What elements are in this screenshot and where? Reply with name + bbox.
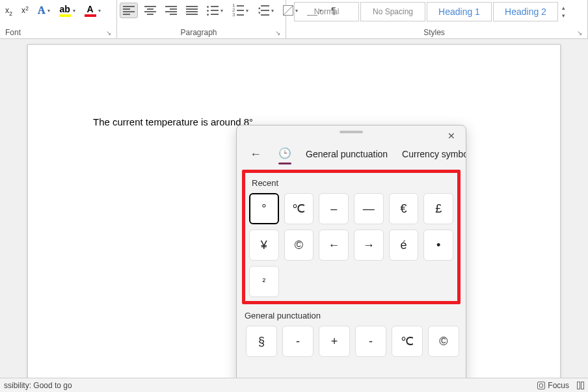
symbol-celsius[interactable]: ℃ <box>284 193 314 224</box>
read-mode-button[interactable] <box>577 382 584 389</box>
symbol-minus[interactable]: - <box>355 326 386 357</box>
recent-title: Recent <box>252 178 453 188</box>
read-mode-icon <box>577 382 580 389</box>
style-name: No Spacing <box>373 7 413 16</box>
font-color-icon: A <box>85 4 96 17</box>
paragraph-dialog-launcher[interactable]: ↘ <box>275 29 280 36</box>
superscript-icon: x2 <box>21 6 29 15</box>
ribbon-group-paragraph: ▾ 1 2 3 ▾ ▴▾ ▾ <box>117 0 286 38</box>
status-right: Focus <box>537 381 584 390</box>
recent-grid: ° ℃ – — € £ ¥ © ← → é • ² <box>249 193 453 297</box>
chevron-down-icon: ▾ <box>246 8 248 14</box>
align-left-button[interactable] <box>120 3 138 18</box>
style-tile-heading2[interactable]: Heading 2 <box>493 2 558 21</box>
font-color-button[interactable]: A ▾ <box>82 3 103 18</box>
align-center-icon <box>144 6 156 15</box>
focus-icon <box>537 382 545 389</box>
align-center-button[interactable] <box>142 3 159 18</box>
style-name: Normal <box>314 7 340 16</box>
ribbon-group-styles: Normal No Spacing Heading 1 Heading 2 ▴ … <box>286 0 588 38</box>
style-tile-normal[interactable]: Normal <box>294 2 359 21</box>
chevron-down-icon: ▾ <box>73 8 75 14</box>
line-spacing-icon: ▴▾ <box>258 5 269 16</box>
symbol-bullet[interactable]: • <box>423 229 453 261</box>
status-left: ssibility: Good to go <box>4 381 72 390</box>
close-button[interactable]: ✕ <box>444 129 459 142</box>
close-icon: ✕ <box>448 131 455 141</box>
align-right-icon <box>165 6 177 15</box>
symbol-euro[interactable]: € <box>389 193 419 224</box>
align-justify-button[interactable] <box>183 3 200 18</box>
symbol-superscript2[interactable]: ² <box>249 266 279 297</box>
group-label-styles: Styles <box>291 28 577 37</box>
symbol-copyright[interactable]: © <box>284 229 314 261</box>
focus-label: Focus <box>548 381 569 390</box>
back-button[interactable]: ← <box>246 145 265 164</box>
general-punctuation-section: General punctuation § - + - ℃ © <box>242 311 461 357</box>
chevron-down-icon: ▾ <box>98 8 101 14</box>
status-bar: ssibility: Good to go Focus <box>0 378 588 392</box>
symbol-hyphen[interactable]: - <box>282 326 314 357</box>
arrow-left-icon: ← <box>250 148 261 161</box>
style-name: Heading 1 <box>438 7 480 17</box>
symbol-eacute[interactable]: é <box>389 229 419 261</box>
panel-titlebar[interactable]: ✕ <box>237 125 466 138</box>
style-tile-heading1[interactable]: Heading 1 <box>427 2 492 21</box>
styles-more-button[interactable]: ▴ ▾ <box>562 5 565 19</box>
style-tile-nospacing[interactable]: No Spacing <box>360 2 425 21</box>
styles-dialog-launcher[interactable]: ↘ <box>577 29 582 36</box>
group-label-paragraph: Paragraph <box>122 28 275 37</box>
bullets-icon <box>207 6 219 16</box>
symbol-left-arrow[interactable]: ← <box>319 229 349 261</box>
align-right-button[interactable] <box>163 3 180 18</box>
group-label-font: Font <box>5 28 21 37</box>
chevron-down-icon: ▾ <box>47 8 50 14</box>
symbol-right-arrow[interactable]: → <box>354 229 384 261</box>
clock-icon: 🕒 <box>278 148 291 159</box>
font-dialog-launcher[interactable]: ↘ <box>106 29 111 36</box>
align-justify-icon <box>186 6 198 15</box>
chevron-down-icon: ▾ <box>271 8 274 14</box>
panel-grip-icon <box>340 131 363 133</box>
general-punctuation-title: General punctuation <box>245 311 461 320</box>
highlight-color-button[interactable]: ab ▾ <box>57 3 78 18</box>
paragraph-controls: ▾ 1 2 3 ▾ ▴▾ ▾ <box>120 1 283 20</box>
tab-currency-symbols[interactable]: Currency symbols <box>401 145 466 163</box>
panel-body: Recent ° ℃ – — € £ ¥ © ← → é • ² General… <box>237 170 466 385</box>
focus-mode-button[interactable]: Focus <box>537 381 569 390</box>
symbol-plus[interactable]: + <box>319 326 350 357</box>
ribbon-group-font: x2 x2 A ▾ ab ▾ A <box>0 0 117 38</box>
subscript-button[interactable]: x2 <box>3 3 15 18</box>
tab-recent[interactable]: 🕒 <box>277 143 293 166</box>
line-spacing-button[interactable]: ▴▾ ▾ <box>255 3 276 18</box>
symbol-degree[interactable]: ° <box>249 193 279 224</box>
symbol-endash[interactable]: – <box>319 193 349 224</box>
text-effects-button[interactable]: A ▾ <box>35 3 53 18</box>
bullets-button[interactable]: ▾ <box>204 3 226 18</box>
ribbon-groups: x2 x2 A ▾ ab ▾ A <box>0 0 588 38</box>
ribbon: x2 x2 A ▾ ab ▾ A <box>0 0 588 39</box>
symbol-emdash[interactable]: — <box>354 193 384 224</box>
styles-gallery[interactable]: Normal No Spacing Heading 1 Heading 2 ▴ … <box>289 1 585 22</box>
align-left-icon <box>123 6 135 15</box>
panel-tabs: ← 🕒 General punctuation Currency symbols <box>237 138 466 170</box>
recent-section-highlight: Recent ° ℃ – — € £ ¥ © ← → é • ² <box>242 170 461 304</box>
numbering-icon: 1 2 3 <box>232 5 244 16</box>
general-punctuation-grid: § - + - ℃ © <box>245 326 461 357</box>
symbol-yen[interactable]: ¥ <box>249 229 279 261</box>
superscript-button[interactable]: x2 <box>19 3 31 18</box>
symbol-panel: ✕ ← 🕒 General punctuation Currency symbo… <box>236 125 466 386</box>
symbol-pound[interactable]: £ <box>423 193 453 224</box>
symbol-copyright-gp[interactable]: © <box>428 326 459 357</box>
accessibility-status[interactable]: ssibility: Good to go <box>4 381 72 390</box>
highlight-icon: ab <box>59 4 71 17</box>
tab-general-punctuation[interactable]: General punctuation <box>304 145 389 163</box>
chevron-down-icon: ▾ <box>220 8 223 14</box>
symbol-section[interactable]: § <box>246 326 277 357</box>
symbol-celsius-gp[interactable]: ℃ <box>392 326 423 357</box>
style-name: Heading 2 <box>505 7 546 17</box>
text-effects-icon: A <box>38 5 46 16</box>
numbering-button[interactable]: 1 2 3 ▾ <box>230 3 251 18</box>
read-mode-icon <box>581 382 584 389</box>
subscript-icon: x2 <box>5 6 12 15</box>
